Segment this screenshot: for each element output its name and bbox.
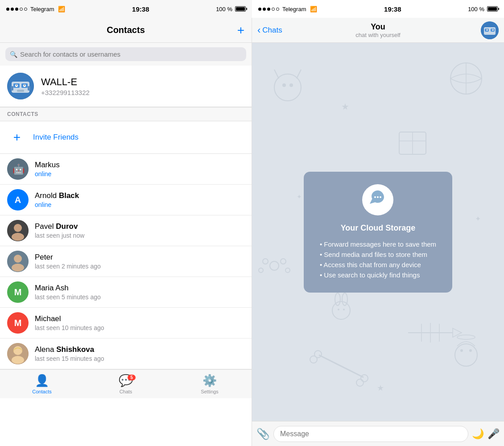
right-battery-icon [487,6,498,12]
tab-bar: 👤 Contacts 5 💬 Chats ⚙️ Settings [0,369,252,398]
svg-point-39 [310,356,317,363]
dot5 [24,8,27,11]
svg-point-33 [282,83,286,87]
profile-name: WALL-E [41,76,90,88]
svg-marker-46 [453,328,462,337]
contact-name: Alena Shishkova [35,345,104,354]
search-icon: 🔍 [10,51,17,58]
svg-point-48 [263,259,268,264]
contact-name: Peter [35,253,101,262]
contact-avatar [7,220,29,241]
right-status-icons: 100 % [468,6,498,12]
svg-point-34 [289,83,293,87]
cloud-feature-item: Use search to quickly find things [320,270,436,280]
search-input-wrap[interactable]: 🔍 [5,47,246,61]
contact-item[interactable]: A Arnold Black online [0,185,252,215]
svg-rect-6 [16,85,17,86]
left-wifi-icon: 📶 [58,6,65,12]
svg-point-15 [12,233,24,241]
tab-settings[interactable]: ⚙️ Settings [168,374,252,394]
add-contact-button[interactable]: + [237,23,244,37]
chat-contact-avatar[interactable] [481,21,499,39]
contact-status: last seen 2 minutes ago [35,263,101,270]
svg-line-31 [274,70,279,78]
svg-rect-29 [492,29,493,30]
svg-point-65 [342,293,347,306]
profile-phone: +332299113322 [41,89,90,96]
profile-section: WALL-E +332299113322 [0,66,252,107]
left-panel: Contacts + 🔍 [0,18,252,446]
svg-point-21 [12,356,24,364]
tab-chats[interactable]: 5 💬 Chats [84,374,168,394]
svg-text:★: ★ [341,102,349,112]
profile-avatar [7,73,34,99]
left-status-bar: Telegram 📶 19:38 100 % [0,0,252,18]
message-input-wrap[interactable] [273,426,468,442]
contact-item[interactable]: Peter last seen 2 minutes ago [0,246,252,277]
tab-label: Settings [201,389,219,394]
tab-icon: ⚙️ [202,374,217,388]
tab-contacts[interactable]: 👤 Contacts [0,374,84,394]
right-panel: ‹ Chats You chat with yourself [252,18,504,446]
contact-info: Maria Ash last seen 5 minutes ago [35,284,101,301]
rdot5 [276,8,279,11]
contact-item[interactable]: Alena Shishkova last seen 15 minutes ago [0,339,252,369]
contact-item[interactable]: Pavel Durov last seen just now [0,215,252,246]
contact-status: online [35,170,60,178]
contact-status: last seen 5 minutes ago [35,293,101,301]
contact-status: last seen 15 minutes ago [35,355,104,362]
contacts-header: Contacts + [0,18,252,43]
contact-name: Michael [35,314,104,323]
contact-item[interactable]: M Maria Ash last seen 5 minutes ago [0,277,252,308]
svg-point-49 [281,259,286,264]
cloud-storage-card: Your Cloud Storage Forward messages here… [304,172,452,293]
cloud-icon-wrap [362,184,393,215]
contact-info: Arnold Black online [35,191,79,208]
dot3 [15,8,18,11]
contact-item[interactable]: M Michael last seen 10 minutes ago [0,308,252,339]
cloud-storage-title: Your Cloud Storage [320,223,436,233]
contacts-title: Contacts [107,25,145,35]
svg-text:✦: ✦ [475,215,481,223]
emoji-icon[interactable]: 🌙 [472,428,484,440]
right-wifi-icon: 📶 [310,6,317,12]
right-status-bar: Telegram 📶 19:38 100 % [252,0,504,18]
invite-friends-label: Invite Friends [33,133,78,142]
svg-point-66 [338,309,339,310]
contact-avatar: 🤖 [7,158,29,180]
dot1 [6,8,9,11]
contact-info: Peter last seen 2 minutes ago [35,253,101,270]
back-chevron-icon: ‹ [257,25,260,35]
contact-avatar: M [7,281,29,303]
svg-point-57 [469,349,472,352]
contact-info: Markus online [35,161,60,178]
message-input[interactable] [280,430,462,438]
right-battery-label: 100 % [468,6,484,12]
contact-item[interactable]: 🤖 Markus online [0,154,252,185]
contact-status: last seen 10 minutes ago [35,324,104,331]
invite-friends-item[interactable]: + Invite Friends [0,121,252,154]
microphone-icon[interactable]: 🎤 [487,428,500,440]
left-status-icons: 100 % [216,6,246,12]
back-button[interactable]: ‹ Chats [257,25,282,35]
right-time: 19:38 [384,5,401,13]
cloud-feature-item: Forward messages here to save them [320,239,436,249]
search-input[interactable] [20,50,242,58]
svg-point-56 [460,349,463,352]
contact-name: Markus [35,161,60,169]
rdot3 [267,8,270,11]
cloud-speech-icon [368,190,388,206]
back-label: Chats [262,26,282,35]
svg-text:✦: ✦ [297,193,302,200]
chat-header-center: You chat with yourself [355,22,400,38]
svg-point-40 [361,375,368,382]
contact-name: Maria Ash [35,284,101,293]
svg-rect-28 [487,29,487,30]
svg-point-41 [356,379,364,386]
profile-info: WALL-E +332299113322 [41,76,90,96]
cloud-feature-item: Send media and files to store them [320,249,436,260]
contact-avatar: M [7,312,29,334]
attach-icon[interactable]: 📎 [256,428,270,440]
contact-name: Pavel Durov [35,222,84,231]
rdot4 [272,8,275,11]
